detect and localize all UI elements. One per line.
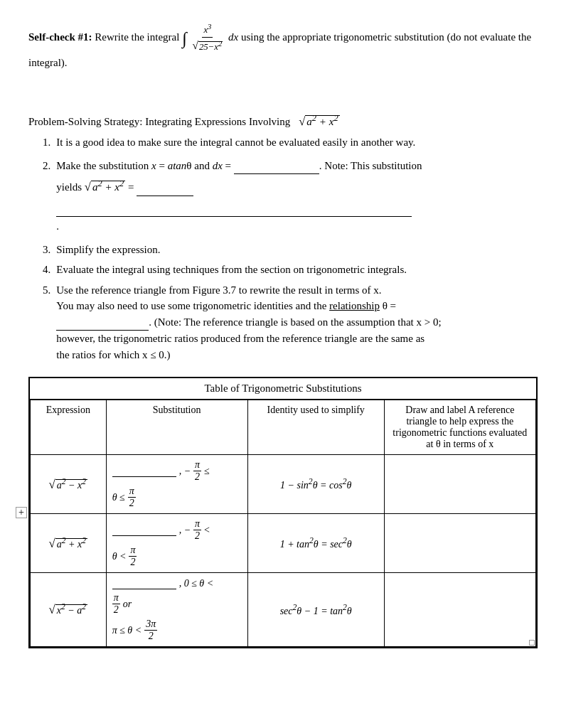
id-cell-2: 1 + tan2θ = sec2θ	[247, 514, 384, 573]
integral-expression: ∫ x3 √25−x2 dx	[182, 31, 241, 43]
self-check-section: Self-check #1: Rewrite the integral ∫ x3…	[28, 21, 538, 70]
strategy-item-5: 5. Use the reference triangle from Figur…	[43, 282, 538, 363]
list-num-2: 2.	[43, 158, 50, 235]
id-cell-1: 1 − sin2θ = cos2θ	[247, 455, 384, 514]
strategy-section: Problem-Solving Strategy: Integrating Ex…	[28, 113, 538, 363]
expr-cell-3: √x2 − a2	[31, 573, 107, 647]
strategy-item-2: 2. Make the substitution x = atanθ and d…	[43, 158, 538, 235]
strategy-item-4: 4. Evaluate the integral using technique…	[43, 262, 538, 278]
table-container: + Table of Trigonometric Substitutions E…	[28, 377, 538, 648]
table-title: Table of Trigonometric Substitutions	[30, 378, 536, 400]
sub-cell-1: , − π 2 ≤ θ ≤ π	[106, 455, 247, 514]
table-header-row: Expression Substitution Identity used to…	[31, 400, 536, 455]
draw-cell-2	[384, 514, 535, 573]
strategy-title: Problem-Solving Strategy: Integrating Ex…	[28, 113, 538, 129]
draw-cell-1	[384, 455, 535, 514]
table-row-1: √a2 − x2 , − π 2	[31, 455, 536, 514]
header-expression: Expression	[31, 400, 107, 455]
list-num-5: 5.	[43, 282, 50, 363]
strategy-title-text: Problem-Solving Strategy: Integrating Ex…	[28, 116, 290, 128]
id-cell-3: sec2θ − 1 = tan2θ	[247, 573, 384, 647]
table-row-3: √x2 − a2 , 0 ≤ θ < π	[31, 573, 536, 647]
sub-cell-3: , 0 ≤ θ < π 2 or π ≤ θ <	[106, 573, 247, 647]
expr-cell-2: √a2 + x2	[31, 514, 107, 573]
list-num-1: 1.	[43, 134, 50, 151]
self-check-label: Self-check #1:	[28, 31, 92, 43]
header-identity: Identity used to simplify	[247, 400, 384, 455]
trig-table-wrapper: Table of Trigonometric Substitutions Exp…	[28, 377, 538, 648]
strategy-title-expr: √a2 + x2	[299, 113, 339, 129]
list-num-4: 4.	[43, 262, 50, 278]
sub-cell-2: , − π 2 < θ < π	[106, 514, 247, 573]
strategy-item-1: 1. It is a good idea to make sure the in…	[43, 134, 538, 151]
strategy-item-3: 3. Simplify the expression.	[43, 242, 538, 258]
trig-table: Expression Substitution Identity used to…	[30, 400, 536, 647]
item4-text: Evaluate the integral using techniques f…	[56, 262, 407, 278]
table-row-2: √a2 + x2 , − π 2	[31, 514, 536, 573]
corner-marker	[529, 640, 535, 646]
expand-icon[interactable]: +	[16, 507, 27, 518]
self-check-text: Rewrite the integral	[95, 31, 182, 43]
list-num-3: 3.	[43, 242, 50, 258]
header-substitution: Substitution	[106, 400, 247, 455]
item3-text: Simplify the expression.	[56, 242, 160, 258]
draw-cell-3	[384, 573, 535, 647]
item2-content: Make the substitution x = atanθ and dx =…	[56, 158, 422, 235]
item1-text: It is a good idea to make sure the integ…	[56, 134, 415, 151]
expr-cell-1: √a2 − x2	[31, 455, 107, 514]
item5-content: Use the reference triangle from Figure 3…	[56, 282, 441, 363]
strategy-list: 1. It is a good idea to make sure the in…	[28, 134, 538, 363]
header-draw: Draw and label A reference triangle to h…	[384, 400, 535, 455]
